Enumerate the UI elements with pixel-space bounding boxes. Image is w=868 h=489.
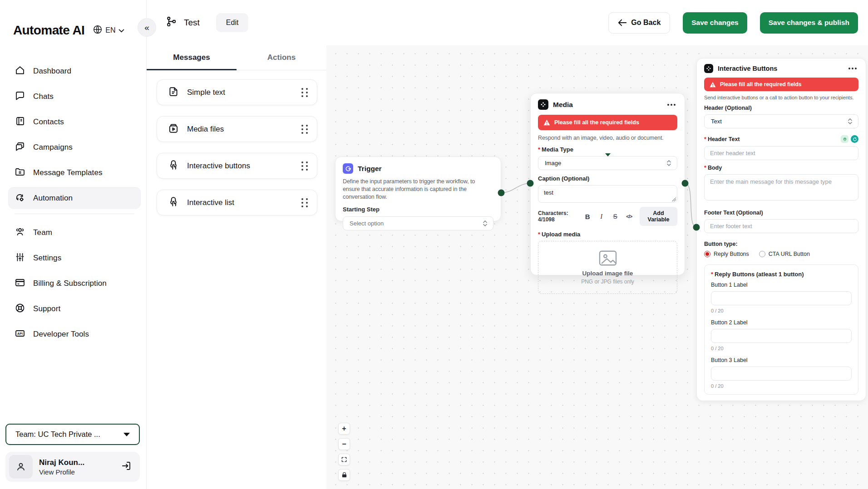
sidebar-item-message-templates[interactable]: Message Templates <box>8 161 141 184</box>
svg-text:API: API <box>17 332 23 336</box>
save-changes-button[interactable]: Save changes <box>683 12 747 34</box>
save-publish-button[interactable]: Save changes & publish <box>760 12 858 34</box>
block-interactive-buttons[interactable]: Interactive buttons <box>157 153 317 179</box>
upload-title: Upload image file <box>582 270 633 277</box>
button-type-label: Button type: <box>704 241 858 247</box>
zoom-in-button[interactable]: + <box>338 423 350 435</box>
zoom-out-button[interactable]: − <box>338 438 350 450</box>
workflow-icon <box>165 15 178 30</box>
chevron-down-icon <box>118 29 124 33</box>
billing-icon <box>15 277 25 290</box>
trigger-node[interactable]: Trigger Define the input parameters to t… <box>335 156 501 221</box>
button1-input[interactable] <box>711 291 852 305</box>
radio-icon <box>759 251 765 257</box>
drag-handle-icon[interactable] <box>301 161 308 171</box>
go-back-button[interactable]: Go Back <box>608 12 670 34</box>
button3-counter: 0 / 20 <box>711 383 852 389</box>
block-media-files[interactable]: Media files <box>157 116 317 142</box>
sidebar-item-campaigns[interactable]: Campaigns <box>8 136 141 158</box>
strikethrough-icon[interactable]: S <box>612 213 619 220</box>
required-marker: * <box>704 165 706 171</box>
cta-url-radio[interactable]: CTA URL Button <box>759 251 810 257</box>
team-selector[interactable]: Team: UC Tech Private ... <box>5 424 140 445</box>
tab-messages[interactable]: Messages <box>147 45 237 70</box>
sidebar-item-team[interactable]: Team <box>8 221 141 244</box>
file-text-icon <box>168 86 179 99</box>
panel-tabs: Messages Actions <box>147 45 326 70</box>
lock-button[interactable] <box>338 469 350 481</box>
footer-text-input[interactable] <box>704 219 858 233</box>
team-icon <box>15 226 25 239</box>
drag-handle-icon[interactable] <box>301 198 308 207</box>
media-node[interactable]: Media Please fill all the required field… <box>530 93 685 275</box>
globe-icon <box>93 24 103 36</box>
media-type-select[interactable]: Image <box>538 156 677 170</box>
trigger-node-title: Trigger <box>358 165 493 173</box>
collapse-sidebar-button[interactable]: « <box>138 18 156 37</box>
reply-buttons-panel: *Reply Buttons (atleast 1 button) Button… <box>704 264 858 395</box>
profile-card[interactable]: Niraj Koun... View Profile <box>5 452 140 482</box>
edit-button[interactable]: Edit <box>216 13 249 32</box>
sidebar-item-automation[interactable]: Automation <box>8 187 141 209</box>
select-chevrons-icon <box>666 160 671 166</box>
select-chevrons-icon <box>483 220 488 226</box>
add-variable-button[interactable]: Add Variable <box>640 207 677 226</box>
node-menu-icon[interactable] <box>847 66 858 71</box>
ib-description: Send interactive buttons or a call to ac… <box>704 95 858 100</box>
sidebar-item-contacts[interactable]: Contacts <box>8 111 141 133</box>
sidebar-item-billing[interactable]: Billing & Subscription <box>8 272 141 294</box>
ib-error-banner: Please fill all the required fields <box>704 78 858 91</box>
refresh-icon[interactable] <box>851 135 858 143</box>
language-selector[interactable]: EN <box>93 24 124 36</box>
app-root: Automate AI EN Dashboard Chats Contacts <box>0 0 868 489</box>
header-type-select[interactable]: Text <box>704 114 858 128</box>
node-menu-icon[interactable] <box>666 102 677 108</box>
header-optional-label: Header (Optional) <box>704 105 858 111</box>
italic-icon[interactable]: I <box>598 213 605 220</box>
button1-label: Button 1 Label <box>711 282 852 288</box>
drag-handle-icon[interactable] <box>301 88 308 97</box>
sidebar-item-dashboard[interactable]: Dashboard <box>8 60 141 82</box>
starting-step-select[interactable]: Select option <box>343 216 493 230</box>
sidebar: Automate AI EN Dashboard Chats Contacts <box>0 0 147 489</box>
required-marker: * <box>711 271 713 278</box>
button2-input[interactable] <box>711 329 852 343</box>
sidebar-bottom: Team: UC Tech Private ... Niraj Koun... … <box>0 424 146 489</box>
fit-view-button[interactable] <box>338 454 350 465</box>
media-node-header: Media <box>538 99 677 110</box>
logout-icon[interactable] <box>121 460 132 473</box>
team-selector-value: Team: UC Tech Private ... <box>15 430 100 439</box>
pin-icon[interactable] <box>841 135 848 143</box>
sidebar-item-chats[interactable]: Chats <box>8 85 141 108</box>
code-icon[interactable]: </> <box>626 214 632 219</box>
bold-icon[interactable]: B <box>584 213 591 220</box>
image-icon <box>598 250 617 266</box>
sidebar-item-settings[interactable]: Settings <box>8 247 141 269</box>
tab-actions[interactable]: Actions <box>237 45 326 70</box>
flow-canvas[interactable]: Trigger Define the input parameters to t… <box>326 45 868 489</box>
block-interactive-list[interactable]: Interactive list <box>157 190 317 215</box>
automation-icon <box>15 192 25 205</box>
button3-input[interactable] <box>711 367 852 381</box>
sidebar-item-developer-tools[interactable]: API Developer Tools <box>8 323 141 345</box>
sidebar-nav: Dashboard Chats Contacts Campaigns Messa… <box>0 42 146 424</box>
caption-field-wrap: test <box>538 185 677 203</box>
sidebar-item-support[interactable]: Support <box>8 298 141 320</box>
view-profile-link[interactable]: View Profile <box>39 468 114 476</box>
topbar-actions: Go Back Save changes Save changes & publ… <box>608 12 868 34</box>
drag-handle-icon[interactable] <box>301 125 308 134</box>
upload-dropzone[interactable]: Upload image file PNG or JPG files only <box>538 241 677 294</box>
button2-label: Button 2 Label <box>711 319 852 326</box>
reply-buttons-radio[interactable]: Reply Buttons <box>704 251 749 257</box>
arrow-left-icon <box>618 19 627 27</box>
header-text-label-row: *Header Text <box>704 135 858 143</box>
select-chevrons-icon <box>848 118 853 124</box>
block-simple-text[interactable]: Simple text <box>157 79 317 105</box>
body-input[interactable] <box>704 174 858 200</box>
footer-text-label: Footer Text (Optional) <box>704 210 858 216</box>
caption-input[interactable]: test <box>538 185 677 203</box>
sidebar-divider <box>15 214 134 214</box>
interactive-buttons-node[interactable]: Interactive Buttons Please fill all the … <box>696 58 866 401</box>
header-text-input[interactable] <box>704 146 858 160</box>
profile-name: Niraj Koun... <box>39 458 114 467</box>
